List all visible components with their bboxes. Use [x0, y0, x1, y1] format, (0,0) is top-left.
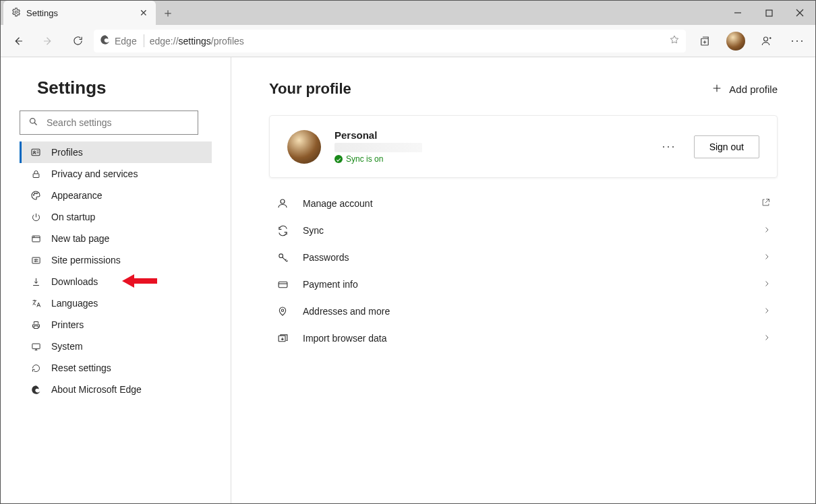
add-profile-button[interactable]: Add profile — [711, 83, 778, 96]
profile-avatar — [287, 130, 321, 164]
annotation-arrow-icon — [122, 273, 158, 291]
minimize-button[interactable] — [722, 1, 753, 25]
svg-rect-14 — [32, 236, 39, 242]
sidebar-item-appearance[interactable]: Appearance — [20, 185, 212, 206]
svg-point-12 — [34, 193, 35, 193]
sidebar-item-downloads[interactable]: Downloads — [20, 271, 212, 292]
back-button[interactable] — [5, 28, 32, 55]
svg-rect-18 — [32, 344, 39, 349]
svg-rect-8 — [32, 149, 40, 155]
search-icon — [28, 117, 38, 129]
toolbar-right: ··· — [691, 28, 811, 55]
download-icon — [30, 277, 42, 287]
refresh-button[interactable] — [64, 28, 91, 55]
reset-icon — [30, 363, 42, 373]
edge-logo-icon — [30, 385, 42, 395]
window-controls — [722, 1, 815, 25]
svg-point-11 — [33, 195, 34, 195]
edge-chip-label: Edge — [115, 36, 137, 46]
new-tab-button[interactable]: ＋ — [156, 1, 180, 25]
toolbar: Edge edge://settings/profiles ··· — [1, 25, 815, 57]
app-window: Settings ✕ ＋ Edge ed — [0, 0, 816, 504]
forward-button[interactable] — [34, 28, 61, 55]
search-settings[interactable] — [20, 111, 198, 135]
sync-icon — [276, 225, 289, 237]
close-tab-icon[interactable]: ✕ — [140, 7, 148, 18]
system-icon — [30, 342, 42, 352]
sync-status-label: Sync is on — [346, 154, 383, 164]
close-window-button[interactable] — [784, 1, 815, 25]
svg-point-9 — [34, 151, 36, 153]
svg-point-0 — [15, 11, 18, 13]
add-profile-label: Add profile — [729, 84, 778, 95]
sidebar-item-about[interactable]: About Microsoft Edge — [20, 379, 212, 400]
row-sync[interactable]: Sync — [269, 217, 778, 244]
sidebar-item-privacy[interactable]: Privacy and services — [20, 163, 212, 185]
page-title: Your profile — [269, 80, 351, 98]
url-text: edge://settings/profiles — [150, 36, 244, 46]
sync-status: Sync is on — [334, 154, 645, 164]
favorite-star-icon[interactable] — [669, 34, 680, 47]
svg-rect-22 — [279, 282, 287, 288]
power-icon — [30, 212, 42, 222]
svg-point-6 — [764, 37, 768, 41]
sidebar-item-printers[interactable]: Printers — [20, 314, 212, 336]
chevron-right-icon — [763, 333, 771, 344]
search-input[interactable] — [45, 117, 190, 129]
row-label: Import browser data — [303, 333, 749, 344]
sliders-icon — [30, 255, 42, 265]
sidebar-item-languages[interactable]: Languages — [20, 292, 212, 314]
sidebar-item-reset[interactable]: Reset settings — [20, 357, 212, 379]
profile-avatar-button[interactable] — [722, 28, 749, 55]
sidebar-item-label: Profiles — [51, 147, 83, 158]
sidebar-item-label: New tab page — [51, 233, 109, 244]
content: Settings Profiles Privacy and services — [1, 57, 815, 503]
sidebar-item-label: Downloads — [51, 276, 98, 287]
signout-button[interactable]: Sign out — [694, 135, 759, 158]
sidebar-item-label: Reset settings — [51, 363, 111, 373]
row-label: Payment info — [303, 279, 749, 290]
external-link-icon — [761, 197, 771, 210]
sidebar-item-label: About Microsoft Edge — [51, 384, 142, 395]
collections-button[interactable] — [691, 28, 718, 55]
profile-more-button[interactable]: ··· — [658, 139, 680, 154]
row-manage-account[interactable]: Manage account — [269, 190, 778, 217]
sidebar-item-label: On startup — [51, 212, 95, 222]
gear-icon — [11, 7, 21, 19]
svg-point-16 — [35, 259, 36, 260]
feedback-button[interactable] — [753, 28, 780, 55]
svg-point-21 — [279, 253, 283, 257]
row-import[interactable]: Import browser data — [269, 325, 778, 352]
sidebar-item-siteperm[interactable]: Site permissions — [20, 249, 212, 271]
key-icon — [276, 252, 289, 263]
profile-card-icon — [30, 147, 42, 158]
maximize-button[interactable] — [753, 1, 784, 25]
lock-icon — [30, 169, 42, 179]
sidebar-item-label: Languages — [51, 298, 98, 309]
chevron-right-icon — [763, 279, 771, 290]
row-label: Addresses and more — [303, 306, 749, 317]
tab-strip: Settings ✕ ＋ — [1, 1, 815, 25]
address-bar[interactable]: Edge edge://settings/profiles — [94, 30, 686, 53]
row-payment[interactable]: Payment info — [269, 271, 778, 298]
profile-email-redacted — [334, 143, 422, 152]
tab-settings[interactable]: Settings ✕ — [3, 1, 156, 25]
row-passwords[interactable]: Passwords — [269, 244, 778, 271]
import-icon — [276, 333, 289, 344]
svg-point-7 — [30, 119, 36, 124]
main-header: Your profile Add profile — [269, 80, 778, 98]
row-addresses[interactable]: Addresses and more — [269, 298, 778, 325]
sidebar-item-profiles[interactable]: Profiles — [20, 141, 212, 163]
sidebar-item-newtab[interactable]: New tab page — [20, 228, 212, 249]
palette-icon — [30, 190, 42, 201]
sidebar-item-startup[interactable]: On startup — [20, 206, 212, 228]
sidebar-item-system[interactable]: System — [20, 336, 212, 357]
tab-label: Settings — [26, 8, 134, 18]
more-menu-button[interactable]: ··· — [784, 28, 811, 55]
row-label: Sync — [303, 225, 749, 236]
svg-point-13 — [36, 193, 37, 193]
person-icon — [276, 197, 289, 210]
svg-rect-10 — [33, 173, 39, 177]
sidebar-item-label: System — [51, 341, 83, 352]
location-icon — [276, 306, 289, 317]
